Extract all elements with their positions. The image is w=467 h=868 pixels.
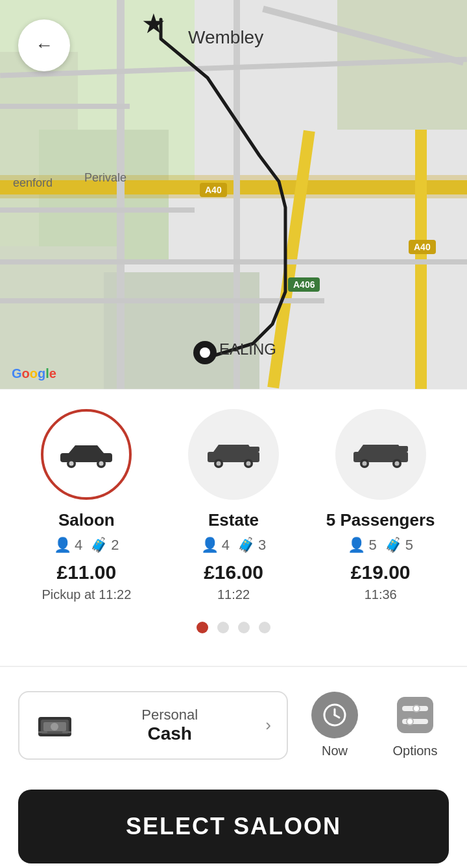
options-icon-wrap bbox=[392, 692, 438, 738]
panel-divider bbox=[0, 666, 467, 667]
svg-point-32 bbox=[407, 719, 413, 724]
map-view: A40 A406 A40 eenford Perivale ← Wembley … bbox=[0, 0, 467, 389]
back-arrow-icon: ← bbox=[35, 35, 53, 56]
select-saloon-button[interactable]: SELECT SALOON bbox=[18, 790, 449, 863]
options-toggle-icon bbox=[392, 692, 438, 738]
saloon-specs: 👤 4 🧳 2 bbox=[54, 537, 119, 554]
5pax-car-icon bbox=[352, 438, 410, 471]
person-icon-saloon: 👤 bbox=[54, 537, 71, 554]
back-button[interactable]: ← bbox=[18, 19, 70, 71]
svg-rect-16 bbox=[398, 446, 408, 452]
estate-car-icon bbox=[204, 438, 263, 471]
saloon-price: £11.00 bbox=[56, 561, 116, 583]
svg-point-14 bbox=[362, 462, 366, 466]
person-icon-estate: 👤 bbox=[201, 537, 219, 554]
payment-method-label: Cash bbox=[87, 723, 252, 744]
route-line bbox=[0, 0, 467, 389]
now-label: Now bbox=[322, 744, 348, 758]
chevron-right-icon: › bbox=[265, 715, 271, 735]
estate-specs: 👤 4 🧳 3 bbox=[201, 537, 267, 554]
vehicle-card-estate[interactable]: Estate 👤 4 🧳 3 £16.00 11:22 bbox=[160, 409, 307, 602]
5pax-price: £19.00 bbox=[351, 561, 411, 583]
cash-icon bbox=[35, 709, 74, 742]
estate-price: £16.00 bbox=[204, 561, 263, 583]
saloon-car-icon bbox=[57, 438, 115, 471]
payment-label: Personal bbox=[87, 707, 252, 723]
destination-marker bbox=[193, 341, 217, 364]
vehicle-icon-5pax bbox=[335, 409, 426, 500]
options-label: Options bbox=[393, 744, 438, 758]
bag-icon-estate: 🧳 bbox=[237, 537, 255, 554]
estate-name: Estate bbox=[208, 510, 259, 530]
svg-point-3 bbox=[69, 462, 74, 466]
svg-line-25 bbox=[335, 715, 339, 718]
now-button[interactable]: Now bbox=[301, 686, 368, 764]
clock-icon-wrap bbox=[311, 692, 358, 738]
vehicle-icon-estate bbox=[188, 409, 279, 500]
svg-point-8 bbox=[217, 462, 221, 466]
bottom-controls: Personal Cash › Now Optio bbox=[0, 674, 467, 777]
svg-rect-26 bbox=[397, 697, 433, 733]
dot-2[interactable] bbox=[217, 622, 229, 633]
svg-point-15 bbox=[394, 462, 399, 466]
payment-method-button[interactable]: Personal Cash › bbox=[18, 691, 288, 760]
vehicle-options-row: Saloon 👤 4 🧳 2 £11.00 Pickup at 11:22 bbox=[13, 409, 454, 602]
svg-point-4 bbox=[99, 462, 104, 466]
vehicle-card-5pax[interactable]: 5 Passengers 👤 5 🧳 5 £19.00 11:36 bbox=[307, 409, 454, 602]
dot-4[interactable] bbox=[259, 622, 270, 633]
origin-marker-icon: ★ bbox=[141, 8, 166, 40]
origin-label: Wembley bbox=[188, 27, 263, 48]
estate-time: 11:22 bbox=[217, 587, 250, 602]
payment-text: Personal Cash bbox=[87, 707, 252, 744]
vehicle-card-saloon[interactable]: Saloon 👤 4 🧳 2 £11.00 Pickup at 11:22 bbox=[13, 409, 160, 602]
options-button[interactable]: Options bbox=[381, 686, 449, 764]
saloon-name: Saloon bbox=[58, 510, 115, 530]
select-button-wrap: SELECT SALOON bbox=[0, 777, 467, 868]
carousel-dots bbox=[13, 622, 454, 633]
clock-icon bbox=[322, 703, 347, 727]
dot-1[interactable] bbox=[197, 622, 208, 633]
svg-point-31 bbox=[414, 706, 419, 711]
5pax-specs: 👤 5 🧳 5 bbox=[348, 537, 413, 554]
person-icon-5pax: 👤 bbox=[348, 537, 365, 554]
bag-icon-saloon: 🧳 bbox=[90, 537, 108, 554]
saloon-time: Pickup at 11:22 bbox=[42, 587, 131, 602]
svg-rect-10 bbox=[248, 447, 259, 452]
svg-point-20 bbox=[51, 723, 58, 731]
5pax-time: 11:36 bbox=[365, 587, 397, 602]
svg-rect-21 bbox=[38, 731, 47, 733]
bag-icon-5pax: 🧳 bbox=[385, 537, 402, 554]
google-logo: Google bbox=[12, 366, 56, 381]
vehicle-selection-panel: Saloon 👤 4 🧳 2 £11.00 Pickup at 11:22 bbox=[0, 389, 467, 659]
destination-label: EALING bbox=[219, 340, 276, 358]
dot-3[interactable] bbox=[238, 622, 250, 633]
svg-point-9 bbox=[246, 462, 251, 466]
cash-svg-icon bbox=[37, 710, 73, 740]
vehicle-icon-saloon bbox=[41, 409, 132, 500]
5pax-name: 5 Passengers bbox=[326, 510, 435, 530]
svg-rect-22 bbox=[62, 731, 71, 733]
